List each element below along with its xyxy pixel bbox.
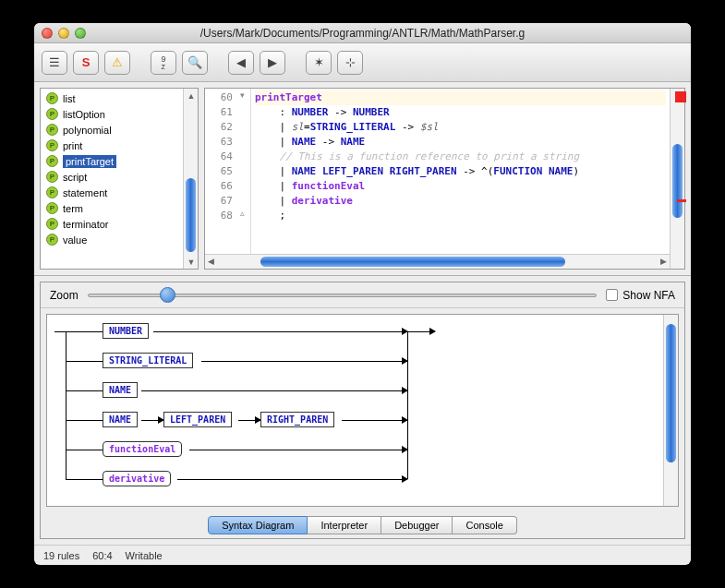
editor-hscrollbar[interactable]: ◀ ▶ [205, 254, 670, 269]
sidebar-item-label: listOption [63, 109, 105, 120]
parser-rule-icon: P [46, 139, 58, 151]
sidebar-item-term[interactable]: Pterm [41, 200, 183, 216]
status-mode: Writable [126, 550, 163, 561]
sidebar-item-label: terminator [63, 219, 109, 230]
sidebar-item-value[interactable]: Pvalue [41, 232, 183, 247]
parser-rule-icon: P [46, 171, 58, 183]
code-line[interactable]: | sl=STRING_LITERAL -> $sl [255, 120, 666, 135]
diagram-node[interactable]: derivative [103, 471, 171, 486]
tab-syntax-diagram[interactable]: Syntax Diagram [208, 516, 308, 534]
code-line[interactable]: | functionEval [255, 179, 666, 194]
window-title: /Users/Mark/Documents/Programming/ANTLR/… [34, 27, 691, 40]
show-nfa-checkbox[interactable]: Show NFA [606, 289, 675, 302]
sidebar-item-script[interactable]: Pscript [41, 169, 183, 185]
sidebar-item-listOption[interactable]: PlistOption [41, 106, 183, 122]
zoom-label: Zoom [50, 289, 79, 302]
code-line[interactable]: printTarget [255, 90, 666, 105]
parser-rule-icon: P [46, 218, 58, 230]
toolbar-list-button[interactable]: ☰ [42, 51, 67, 75]
parser-rule-icon: P [46, 124, 58, 136]
toolbar-warning-button[interactable]: ⚠ [104, 51, 130, 75]
sidebar-item-statement[interactable]: Pstatement [41, 185, 183, 200]
error-marker-icon[interactable] [675, 91, 686, 102]
tab-console[interactable]: Console [453, 516, 516, 534]
diagram-node[interactable]: functionEval [103, 441, 182, 457]
sidebar-item-list[interactable]: Plist [41, 90, 183, 106]
sidebar-item-terminator[interactable]: Pterminator [41, 216, 183, 232]
toolbar-back-button[interactable]: ◀ [228, 51, 254, 75]
sidebar-item-print[interactable]: Pprint [41, 138, 183, 153]
diagram-node[interactable]: LEFT_PAREN [163, 412, 232, 427]
zoom-row: Zoom Show NFA [41, 282, 684, 308]
toolbar-sort-button[interactable]: S [73, 51, 99, 75]
sidebar-item-polynomial[interactable]: Ppolynomial [41, 122, 183, 138]
toolbar-forward-button[interactable]: ▶ [260, 51, 285, 75]
parser-rule-icon: P [46, 234, 58, 246]
rules-sidebar: PlistPlistOptionPpolynomialPprintPprintT… [40, 88, 199, 270]
toolbar-format-button[interactable]: 9z [151, 51, 176, 75]
editor-vscrollbar[interactable] [670, 89, 684, 269]
zoom-slider[interactable] [88, 288, 598, 303]
error-tick-icon[interactable] [677, 199, 686, 202]
code-line[interactable]: // This is a function reference to print… [255, 150, 666, 164]
sidebar-item-label: script [63, 172, 87, 183]
toolbar-debug-button[interactable]: ✶ [306, 51, 332, 75]
toolbar: ☰ S ⚠ 9z 🔍 ◀ ▶ ✶ ⊹ [34, 43, 691, 82]
status-bar: 19 rules 60:4 Writable [34, 545, 691, 565]
parser-rule-icon: P [46, 155, 58, 167]
diagram-node[interactable]: NUMBER [103, 323, 149, 339]
code-line[interactable]: : NUMBER -> NUMBER [255, 105, 666, 120]
parser-rule-icon: P [46, 108, 58, 120]
code-line[interactable]: | NAME -> NAME [255, 135, 666, 150]
parser-rule-icon: P [46, 186, 58, 198]
diagram-node[interactable]: NAME [103, 412, 138, 427]
toolbar-tree-button[interactable]: ⊹ [337, 51, 363, 75]
sidebar-item-label: polynomial [63, 125, 112, 136]
tab-interpreter[interactable]: Interpreter [308, 516, 381, 534]
sidebar-item-label: print [63, 140, 82, 151]
status-position: 60:4 [92, 550, 112, 561]
sidebar-scrollbar[interactable]: ▲ ▼ [183, 89, 198, 269]
diagram-node[interactable]: STRING_LITERAL [103, 353, 193, 368]
app-window: /Users/Mark/Documents/Programming/ANTLR/… [34, 23, 691, 565]
bottom-tabs: Syntax DiagramInterpreterDebuggerConsole [41, 512, 684, 538]
code-line[interactable]: | derivative [255, 194, 666, 209]
parser-rule-icon: P [46, 202, 58, 214]
code-line[interactable]: | NAME LEFT_PAREN RIGHT_PAREN -> ^(FUNCT… [255, 164, 666, 179]
syntax-diagram[interactable]: NUMBERSTRING_LITERALNAMENAMELEFT_PARENRI… [46, 314, 679, 507]
parser-rule-icon: P [46, 92, 58, 104]
tab-debugger[interactable]: Debugger [381, 516, 453, 534]
titlebar: /Users/Mark/Documents/Programming/ANTLR/… [34, 23, 691, 43]
code-line[interactable]: ; [255, 209, 666, 223]
status-rules: 19 rules [43, 550, 79, 561]
sidebar-item-label: statement [63, 187, 107, 198]
toolbar-search-button[interactable]: 🔍 [182, 51, 208, 75]
sidebar-item-label: list [63, 93, 75, 104]
sidebar-item-printTarget[interactable]: PprintTarget [41, 153, 183, 169]
show-nfa-label: Show NFA [622, 289, 675, 302]
sidebar-item-label: term [63, 203, 83, 214]
sidebar-item-label: value [63, 234, 87, 246]
diagram-node[interactable]: NAME [103, 382, 138, 398]
code-editor[interactable]: 606162636465666768 ▾▵ printTarget : NUMB… [204, 88, 685, 270]
sidebar-item-label: printTarget [63, 155, 116, 168]
diagram-scrollbar[interactable] [663, 315, 678, 506]
diagram-node[interactable]: RIGHT_PAREN [260, 412, 334, 427]
